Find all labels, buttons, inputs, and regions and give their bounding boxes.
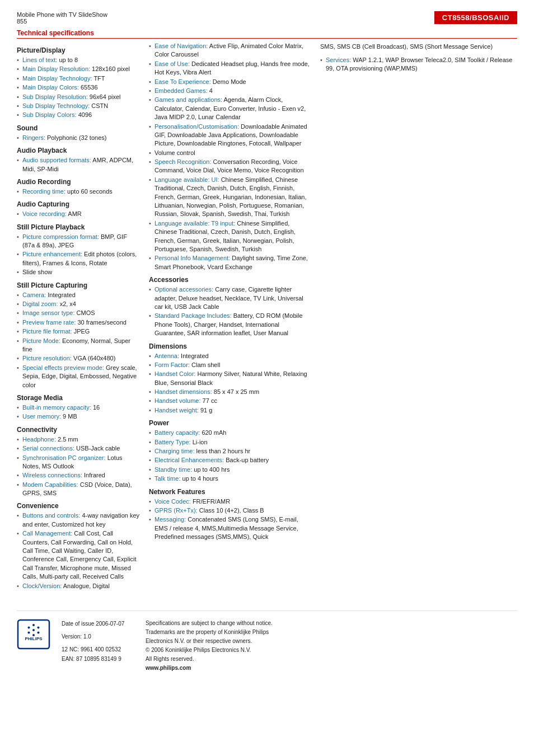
list-item: Standby time: up to 400 hrs: [149, 466, 311, 474]
list-sound: Ringers: Polyphonic (32 tones): [17, 134, 140, 142]
list-item: Digital zoom: x2, x4: [17, 300, 140, 308]
list-item: Synchronisation PC organizer: Lotus Note…: [17, 454, 140, 471]
list-audio-capturing: Voice recording: AMR: [17, 210, 140, 218]
list-item: Battery Type: Li-ion: [149, 438, 311, 447]
list-item: Picture file format: JPEG: [17, 327, 140, 336]
list-item: Sub Display Technology: CSTN: [17, 102, 140, 110]
list-item: Slide show: [17, 268, 140, 276]
header-sound: Sound: [17, 124, 140, 132]
main-content: Picture/Display Lines of text: up to 8 M…: [17, 42, 517, 594]
list-item: Embedded Games: 4: [149, 87, 311, 95]
header-power: Power: [149, 419, 311, 427]
list-item: Handset volume: 77 cc: [149, 397, 311, 405]
list-item: Sub Display Resolution: 96x64 pixel: [17, 93, 140, 101]
header-audio-playback: Audio Playback: [17, 147, 140, 154]
list-item: Language available: T9 input: Chinese Si…: [149, 219, 311, 254]
footer-website: www.philips.com: [146, 664, 273, 673]
list-item: Recording time: upto 60 seconds: [17, 187, 140, 196]
list-item: Wireless connections: Infrared: [17, 471, 140, 480]
list-item: Speech Recognition: Conversation Recordi…: [149, 158, 311, 175]
page-footer: PHILIPS Date of issue 2006-07-07 Version…: [17, 611, 517, 673]
list-item: Antenna: Integrated: [149, 352, 311, 360]
list-item: Picture Mode: Economy, Normal, Super fin…: [17, 337, 140, 354]
list-item: Buttons and controls: 4-way navigation k…: [17, 511, 140, 529]
list-item: Sub Display Colors: 4096: [17, 111, 140, 119]
list-picture-display: Lines of text: up to 8 Main Display Reso…: [17, 56, 140, 120]
list-item: Picture enhancement: Edit photos (colors…: [17, 250, 140, 267]
list-item: Voice Codec: FR/EFR/AMR: [149, 497, 311, 506]
list-item: Handset dimensions: 85 x 47 x 25 mm: [149, 388, 311, 396]
page-header: Mobile Phone with TV SlideShow 855 CT855…: [17, 11, 517, 25]
list-power: Battery capacity: 620 mAh Battery Type: …: [149, 429, 311, 483]
column-right: SMS, SMS CB (Cell Broadcast), SMS (Short…: [320, 42, 517, 594]
header-dimensions: Dimensions: [149, 342, 311, 350]
philips-logo: PHILIPS: [17, 619, 50, 651]
list-item: Audio supported formats: AMR, ADPCM, Mid…: [17, 156, 140, 173]
section-title-technical: Technical specifications: [17, 29, 517, 39]
footer-version: Version: 1.0: [62, 632, 134, 641]
list-item: Ease To Experience: Demo Mode: [149, 78, 311, 86]
list-item: Personalisation/Customisation: Downloada…: [149, 123, 311, 148]
list-item: Electrical Enhancements: Back-up battery: [149, 456, 311, 464]
list-services: Services: WAP 1.2.1, WAP Browser Teleca2…: [320, 56, 517, 73]
svg-point-5: [32, 634, 35, 636]
doc-title: Mobile Phone with TV SlideShow 855: [17, 11, 107, 25]
column-mid: Ease of Navigation: Active Flip, Animate…: [149, 42, 311, 594]
list-audio-recording: Recording time: upto 60 seconds: [17, 187, 140, 196]
list-item: Call Management: Call Cost, Call Counter…: [17, 529, 140, 581]
list-item: Volume control: [149, 149, 311, 157]
svg-point-2: [32, 624, 35, 626]
list-item: Language available: UI: Chinese Simplifi…: [149, 176, 311, 219]
messaging-continued: SMS, SMS CB (Cell Broadcast), SMS (Short…: [320, 42, 517, 51]
list-item: Built-in memory capacity: 16: [17, 403, 140, 412]
header-still-capturing: Still Picture Capturing: [17, 281, 140, 289]
list-item: Preview frame rate: 30 frames/second: [17, 318, 140, 327]
list-item: Personal Info Management: Daylight savin…: [149, 254, 311, 271]
list-item: Clock/Version: Analogue, Digital: [17, 582, 140, 590]
list-audio-playback: Audio supported formats: AMR, ADPCM, Mid…: [17, 156, 140, 173]
list-still-capturing: Camera: Integrated Digital zoom: x2, x4 …: [17, 291, 140, 389]
header-network-features: Network Features: [149, 488, 311, 496]
header-accessories: Accessories: [149, 276, 311, 284]
header-still-playback: Still Picture Playback: [17, 223, 140, 231]
list-item: Ease of Use: Dedicated Headset plug, Han…: [149, 60, 311, 77]
list-item: Talk time: up to 4 hours: [149, 475, 311, 483]
header-connectivity: Connectivity: [17, 426, 140, 434]
list-item: Picture resolution: VGA (640x480): [17, 354, 140, 363]
list-item: Voice recording: AMR: [17, 210, 140, 218]
list-item: Image sensor type: CMOS: [17, 309, 140, 317]
list-accessories: Optional accessories: Carry case, Cigare…: [149, 285, 311, 337]
column-left: Picture/Display Lines of text: up to 8 M…: [17, 42, 140, 594]
footer-disclaimer: Specifications are subject to change wit…: [146, 619, 273, 673]
list-item: Ease of Navigation: Active Flip, Animate…: [149, 42, 311, 59]
list-item: Services: WAP 1.2.1, WAP Browser Teleca2…: [320, 56, 517, 73]
list-item: Optional accessories: Carry case, Cigare…: [149, 285, 311, 311]
list-dimensions: Antenna: Integrated Form Factor: Clam sh…: [149, 352, 311, 415]
svg-point-3: [38, 626, 40, 628]
list-item: Modem Capabilities: CSD (Voice, Data), G…: [17, 481, 140, 498]
list-storage-media: Built-in memory capacity: 16 User memory…: [17, 403, 140, 421]
list-item: Picture compression format: BMP, GIF (87…: [17, 233, 140, 250]
list-item: Form Factor: Clam shell: [149, 361, 311, 369]
list-item: Main Display Technology: TFT: [17, 74, 140, 83]
list-item: Standard Package Includes: Battery, CD R…: [149, 312, 311, 337]
list-item: Charging time: less than 2 hours hr: [149, 447, 311, 456]
footer-nc: 12 NC: 9961 400 02532 EAN: 87 10895 8314…: [62, 645, 134, 664]
list-item: GPRS (Rx+Tx): Class 10 (4+2), Class B: [149, 506, 311, 515]
header-audio-recording: Audio Recording: [17, 178, 140, 186]
list-still-playback: Picture compression format: BMP, GIF (87…: [17, 233, 140, 277]
list-item: Lines of text: up to 8: [17, 56, 140, 64]
list-item: Games and applications: Agenda, Alarm Cl…: [149, 96, 311, 121]
list-ease: Ease of Navigation: Active Flip, Animate…: [149, 42, 311, 271]
list-convenience: Buttons and controls: 4-way navigation k…: [17, 511, 140, 590]
footer-meta: Date of issue 2006-07-07 Version: 1.0 12…: [62, 619, 134, 664]
list-item: Handset Color: Harmony Silver, Natural W…: [149, 370, 311, 387]
footer-date: Date of issue 2006-07-07: [62, 619, 134, 628]
list-item: User memory: 9 MB: [17, 412, 140, 421]
list-item: Special effects preview mode: Grey scale…: [17, 364, 140, 389]
list-item: Camera: Integrated: [17, 291, 140, 299]
list-connectivity: Headphone: 2.5 mm Serial connections: US…: [17, 435, 140, 498]
list-network-features: Voice Codec: FR/EFR/AMR GPRS (Rx+Tx): Cl…: [149, 497, 311, 542]
svg-point-4: [38, 631, 40, 633]
svg-point-8: [32, 629, 35, 631]
